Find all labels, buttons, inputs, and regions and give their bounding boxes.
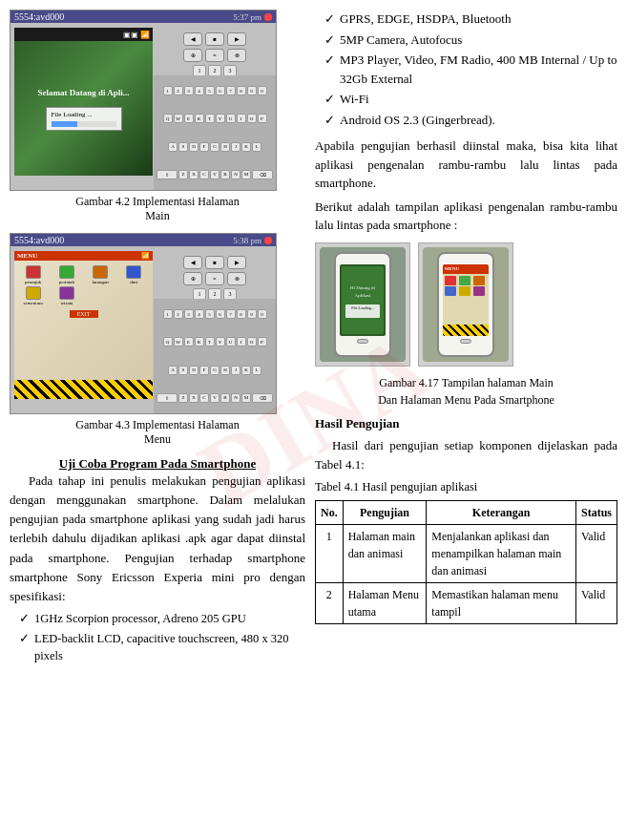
right-para1: Apabila pengujian berhasil diinstal maka… [315,136,617,193]
table-row: 1 Halaman main dan animasi Menjalankan a… [316,524,617,582]
menu-icon-3[interactable] [93,265,108,279]
num43-key-3[interactable]: 3 [223,288,237,300]
uji-coba-section: Uji Coba Program Pada Smartphone Pada ta… [10,456,305,664]
result-table: No. Pengujian Keterangan Status 1 Halama… [315,500,617,624]
ctrl-btn-4[interactable]: ⊕ [183,49,202,62]
cell-pengujian-1: Halaman main dan animasi [343,524,427,582]
menu-icon-1[interactable] [26,265,41,279]
fig43-title: 5554:avd000 [14,235,64,245]
fig42-window-bar: 5554:avd000 5:37 pm [10,10,276,23]
ctrl-row1: ◀ ■ ▶ [183,32,246,46]
ctrl43-btn-2[interactable]: ■ [205,256,224,269]
fig43-window-bar: 5554:avd000 5:38 pm [10,234,276,246]
key-1[interactable]: 1 [163,86,173,95]
menu-icon-6[interactable] [59,286,74,300]
num-key-2[interactable]: 2 [208,65,221,76]
fig43-keyboard: 1 2 3 4 5 6 7 8 9 0 Q W E [154,299,276,413]
spec-item-2: LED-backlit LCD, capacitive touchscreen,… [19,630,305,664]
key-4[interactable]: 4 [195,86,204,95]
key-row-z: ⇧ Z X C V B N M ⌫ [156,161,274,188]
figure-43-box: 5554:avd000 5:38 pm MENU 📶 [10,233,277,414]
fig43-caption: Gambar 4.3 Implementasi Halaman Menu [10,418,305,447]
phone-home-btn-1[interactable] [357,339,368,344]
key-row-q: Q W E R T Y U I O P [156,105,274,132]
fig42-caption: Gambar 4.2 Implementasi Halaman Main [10,195,305,223]
menu-icon-4[interactable] [126,265,141,279]
num-key-3[interactable]: 3 [223,65,237,76]
fig42-title: 5554:avd000 [14,11,64,22]
num43-key-1[interactable]: 1 [193,288,206,300]
col-no: No. [316,500,344,524]
right-spec-5: Android OS 2.3 (Gingerbread). [324,111,617,130]
phone-home-btn-2[interactable] [460,339,471,344]
hasil-para: Hasil dari pengujian setiap komponen dij… [315,436,617,473]
cell-keterangan-2: Memastikan halaman menu tampil [427,582,576,623]
key-5[interactable]: 5 [205,86,215,95]
figure-42-container: 5554:avd000 5:37 pm ▣▣ 📶 Selamat Datang … [10,10,305,223]
key-6[interactable]: 6 [216,86,225,95]
ctrl-btn-2[interactable]: ■ [205,32,224,46]
col-keterangan: Keterangan [427,500,576,524]
fig43-top-bar: MENU 📶 [14,251,153,261]
phone-screen-menu: MENU [443,264,489,336]
spec-item-1: 1GHz Scorpion processor, Adreno 205 GPU [19,610,305,627]
hazard-strip [14,380,153,399]
key-row-nums: 1 2 3 4 5 6 7 8 9 0 [156,77,274,104]
phone-img-2: MENU [418,242,513,367]
fig42-close-icon[interactable] [264,13,272,21]
num-key-1[interactable]: 1 [193,65,206,76]
right-spec-1: GPRS, EDGE, HSDPA, Bluetooth [324,10,617,29]
ctrl-btn-6[interactable]: ⊗ [227,49,246,62]
num43-key-2[interactable]: 2 [208,288,221,300]
key-row-a: A S D F G H J K L [156,134,274,160]
ctrl-btn-1[interactable]: ◀ [183,32,202,46]
hasil-pengujian-title: Hasil Pengujian [315,414,617,433]
fig43-screen-content: MENU 📶 petunjuk perintah [14,251,153,399]
right-spec-3: MP3 Player, Video, FM Radio, 400 MB Inte… [324,51,617,88]
ctrl43-btn-6[interactable]: ⊗ [227,272,246,285]
fig43-time: 5:38 pm [233,236,261,245]
file-loading-box: File Loading ... [46,107,122,131]
cell-status-2: Valid [575,582,617,623]
ctrl-btn-3[interactable]: ▶ [227,32,246,46]
key-7[interactable]: 7 [226,86,236,95]
table-row: 2 Halaman Menu utama Memastikan halaman … [316,582,617,623]
fig42-screen-content: ▣▣ 📶 Selamat Datang di Apli... File Load… [14,28,153,176]
cell-status-1: Valid [575,524,617,582]
fig42-control-panel: ◀ ■ ▶ ⊕ ≡ ⊗ 1 2 3 [154,28,276,80]
key-0[interactable]: 0 [258,86,267,95]
ctrl43-btn-5[interactable]: ≡ [205,272,224,285]
fig43-icons-grid: petunjuk perintah larangan [14,262,153,308]
phone-images-container: Hi Datang di Aplikasi File Loading... ME… [315,242,617,367]
figure-42-box: 5554:avd000 5:37 pm ▣▣ 📶 Selamat Datang … [10,10,277,191]
key-8[interactable]: 8 [237,86,246,95]
col-pengujian: Pengujian [343,500,427,524]
exit-button[interactable]: EXIT [70,310,98,318]
fig42-time: 5:37 pm [233,12,261,22]
fig42-keyboard: 1 2 3 4 5 6 7 8 9 0 Q W E [154,75,276,190]
key-9[interactable]: 9 [247,86,257,95]
ctrl43-btn-4[interactable]: ⊕ [183,272,202,285]
fig42-status-bar: ▣▣ 📶 [14,28,153,41]
cell-pengujian-2: Halaman Menu utama [343,582,427,623]
phone-frame-1: Hi Datang di Aplikasi File Loading... [334,252,391,357]
fig43-menu-label: MENU [17,252,37,260]
menu-icon-5[interactable] [26,286,41,300]
phone-frame-2: MENU [437,252,494,357]
fig417-caption: Gambar 4.17 Tampilan halaman Main Dan Ha… [315,374,617,409]
uji-coba-heading: Uji Coba Program Pada Smartphone [10,456,305,472]
ctrl43-btn-1[interactable]: ◀ [183,256,202,269]
key-2[interactable]: 2 [174,86,183,95]
spec-list: 1GHz Scorpion processor, Adreno 205 GPU … [10,610,305,664]
key-3[interactable]: 3 [184,86,194,95]
cell-keterangan-1: Menjalankan aplikasi dan menampilkan hal… [427,524,576,582]
num-panel: 1 2 3 [193,65,237,76]
ctrl-btn-5[interactable]: ≡ [205,49,224,62]
menu-icon-2[interactable] [59,265,74,279]
ctrl43-btn-3[interactable]: ▶ [227,256,246,269]
fig42-screen: ▣▣ 📶 Selamat Datang di Apli... File Load… [14,28,153,176]
fig43-close-icon[interactable] [264,237,272,244]
right-para2: Berikut adalah tampilan aplikasi pengena… [315,198,617,235]
col-status: Status [575,500,617,524]
table-caption: Tabel 4.1 Hasil pengujian aplikasi [315,478,617,496]
